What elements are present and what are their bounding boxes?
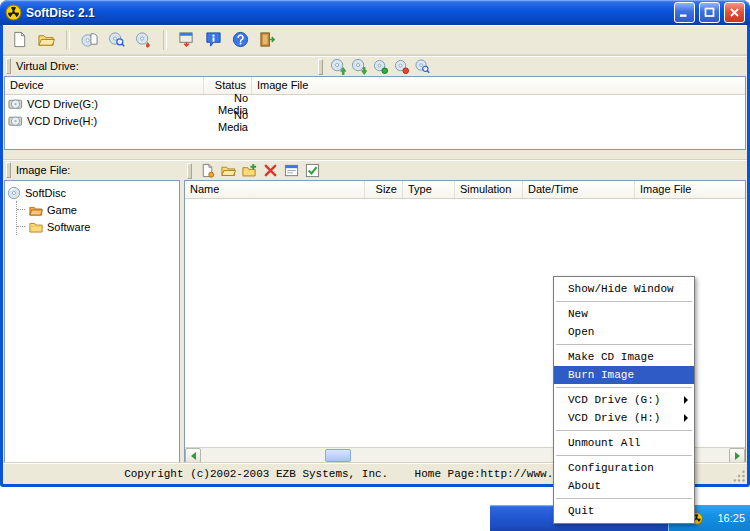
exit-button[interactable] [255,27,280,52]
tree-item-game[interactable]: Game [17,201,177,218]
image-file-label: Image File: [16,164,70,176]
file-list-header: Name Size Type Simulation Date/Time Imag… [185,181,745,199]
column-header-simulation[interactable]: Simulation [455,181,523,198]
menu-separator [556,344,692,345]
tree-item-softdisc-root[interactable]: SoftDisc [7,184,177,201]
delete-button[interactable] [260,161,281,180]
disc-magnifier-icon [108,31,125,48]
device-row[interactable]: VCD Drive(H:) No Media [5,112,745,129]
scroll-left-button[interactable] [185,448,201,463]
mount-button[interactable] [328,57,349,76]
closed-folder-icon [29,220,43,234]
new-image-button[interactable] [7,27,32,52]
scroll-right-button[interactable] [729,448,745,463]
softdisc-app-icon [5,4,22,21]
rebar-gripper[interactable] [6,162,11,178]
scrollbar-thumb[interactable] [325,449,351,462]
menu-item-show-hide-window[interactable]: Show/Hide Window [554,280,694,298]
clock[interactable]: 16:25 [717,512,745,524]
rebar-gripper[interactable] [187,163,192,179]
menu-item-vcd-drive-h[interactable]: VCD Drive (H:) [554,409,694,427]
disc-green-dot-icon [373,59,388,74]
menu-separator [556,498,692,499]
resize-grip[interactable] [733,470,746,483]
menu-item-unmount-all[interactable]: Unmount All [554,434,694,452]
make-cd-image-button[interactable] [77,27,102,52]
menu-separator [556,387,692,388]
column-header-type[interactable]: Type [403,181,455,198]
unmount-all-button[interactable] [391,57,412,76]
rebar-gripper[interactable] [6,58,11,74]
titlebar[interactable]: SoftDisc 2.1 [0,0,750,25]
main-toolbar [3,25,747,55]
column-header-image-file[interactable]: Image File [635,181,745,198]
menu-item-configuration[interactable]: Configuration [554,459,694,477]
window-title: SoftDisc 2.1 [26,6,670,20]
mount-all-button[interactable] [370,57,391,76]
new-list-button[interactable] [197,161,218,180]
info-button[interactable] [201,27,226,52]
verify-button[interactable] [302,161,323,180]
toolbar-separator [66,30,70,50]
virtual-drive-toolbar [315,57,433,76]
add-files-button[interactable] [239,161,260,180]
close-button[interactable] [724,2,745,23]
column-header-datetime[interactable]: Date/Time [523,181,635,198]
minimize-button[interactable] [674,2,695,23]
properties-button[interactable] [281,161,302,180]
burn-image-button[interactable] [131,27,156,52]
virtual-drive-label: Virtual Drive: [16,60,79,72]
menu-item-open[interactable]: Open [554,323,694,341]
column-header-size[interactable]: Size [365,181,403,198]
open-folder-icon [29,203,43,217]
extract-image-button[interactable] [104,27,129,52]
disc-document-icon [81,31,98,48]
menu-item-quit[interactable]: Quit [554,502,694,520]
menu-separator [556,301,692,302]
menu-item-vcd-drive-g[interactable]: VCD Drive (G:) [554,391,694,409]
folder-tree: SoftDisc Game Software [4,180,180,464]
menu-item-label: VCD Drive (G:) [568,394,660,406]
menu-item-about[interactable]: About [554,477,694,495]
open-image-button[interactable] [34,27,59,52]
column-header-device[interactable]: Device [5,77,204,94]
tree-item-label: SoftDisc [25,187,66,199]
open-list-button[interactable] [218,161,239,180]
properties-icon [284,163,299,178]
disc-unmount-icon [351,58,368,75]
tree-children: Game Software [16,201,177,235]
right-arrow-icon [735,452,740,460]
rebar-gripper[interactable] [318,59,323,75]
image-file-bar: Image File: [3,159,747,180]
copyright-text: Copyright (c)2002-2003 EZB Systems, Inc.… [124,468,626,480]
device-cell: VCD Drive(G:) [5,96,204,111]
menu-item-burn-image[interactable]: Burn Image [554,366,694,384]
menu-item-make-cd-image[interactable]: Make CD Image [554,348,694,366]
tree-item-software[interactable]: Software [17,218,177,235]
disc-search-icon [415,59,430,74]
device-list-header: Device Status Image File [5,77,745,95]
device-row[interactable]: VCD Drive(G:) No Media [5,95,745,112]
column-header-name[interactable]: Name [185,181,365,198]
maximize-button[interactable] [699,2,720,23]
help-button[interactable] [228,27,253,52]
unmount-button[interactable] [349,57,370,76]
menu-item-new[interactable]: New [554,305,694,323]
exit-door-icon [259,31,276,48]
left-arrow-icon [191,452,196,460]
virtual-drive-bar: Virtual Drive: [3,55,747,76]
vcd-drive-icon [8,96,23,111]
device-name: VCD Drive(H:) [27,115,97,127]
tree-connector [17,226,25,227]
add-folder-icon [242,163,257,178]
hide-window-button[interactable] [174,27,199,52]
device-status: No Media [204,109,252,133]
softdisc-disc-icon [7,186,21,200]
menu-separator [556,430,692,431]
window-hide-icon [178,31,195,48]
column-header-image-file[interactable]: Image File [252,77,745,94]
menu-separator [556,455,692,456]
open-folder-icon [38,31,55,48]
drive-properties-button[interactable] [412,57,433,76]
new-document-icon [200,163,215,178]
